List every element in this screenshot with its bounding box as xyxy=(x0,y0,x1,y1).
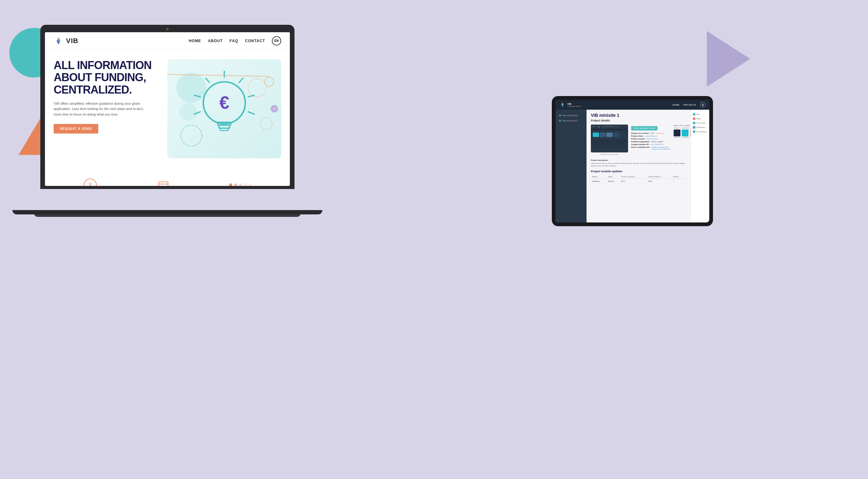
action-db-backup[interactable]: DB Backup xyxy=(693,125,707,129)
tablet-user-icon[interactable] xyxy=(700,102,706,107)
hero-next-arrow[interactable] xyxy=(271,105,278,113)
actions-panel: Edit Dates Clear cache DB Backup xyxy=(691,110,709,222)
hero-description: VIB offers simplified, effective guidanc… xyxy=(54,101,147,118)
sidebar-dot-2 xyxy=(559,120,561,122)
svg-marker-34 xyxy=(561,104,562,107)
drupal-value: 8.8.4 xyxy=(650,132,654,134)
extra-email-label: Extra e-mailadressen: xyxy=(631,146,650,150)
needs-value: Needs rev... xyxy=(656,132,666,134)
contact-value: Pedro Amorim xyxy=(646,138,658,140)
site-logo: VIB xyxy=(54,36,79,46)
language-switcher[interactable]: EN xyxy=(272,36,281,45)
analytics-label: Google Analytics ID: xyxy=(631,143,649,145)
tablet-logo-icon xyxy=(559,102,565,108)
nav-contact[interactable]: CONTACT xyxy=(245,39,265,43)
tablet-logo-sub: sustainable platform xyxy=(567,105,581,107)
laptop-screen: VIB HOME ABOUT FAQ CONTACT EN ALL INFORM… xyxy=(45,32,290,186)
project-title: VIB minisite 1 xyxy=(591,113,686,118)
clear-cache-icon xyxy=(693,122,695,124)
project-screenshot-container: VIB HOME FUNDING SCIENCE TECH PUBS xyxy=(591,125,628,156)
decorative-triangle-purple xyxy=(707,31,750,87)
svg-point-27 xyxy=(229,184,232,186)
screenshot-content xyxy=(591,129,628,153)
svg-point-29 xyxy=(239,184,242,186)
laptop-camera xyxy=(166,28,168,30)
action-code-backup[interactable]: Code Backup xyxy=(693,129,707,134)
sidebar-dot-1 xyxy=(559,115,561,116)
sidebar-view-all[interactable]: View all projects xyxy=(558,113,584,118)
code-backup-label: Code Backup xyxy=(696,131,707,133)
table-row: Addteeny Module 8.8.4 8.8.6 ↑ xyxy=(591,179,686,184)
screenshot-caption: VIB life sciences research xyxy=(591,153,628,156)
svg-text:€: € xyxy=(219,93,229,113)
visit-project-button[interactable]: VISIT PROJECT SITE xyxy=(631,126,657,130)
nav-faq[interactable]: FAQ xyxy=(230,39,238,43)
extra-email-value: waldo.amorim@vib.bedelprime.bhuvan@vib.b… xyxy=(652,146,671,150)
svg-text:$: $ xyxy=(89,182,92,186)
col-status: Status ↑ xyxy=(672,175,686,179)
action-edit[interactable]: Edit xyxy=(693,112,707,117)
module-current: 8.8.4 xyxy=(620,179,647,184)
hero-left: ALL INFORMATION ABOUT FUNDING, CENTRALIZ… xyxy=(54,59,167,168)
tablet-main: VIB minisite 1 Project details VIB HOME xyxy=(587,110,691,222)
tablet-logo-area: VIB sustainable platform xyxy=(559,102,581,108)
hero-title: ALL INFORMATION ABOUT FUNDING, CENTRALIZ… xyxy=(54,59,161,96)
primary-swatch xyxy=(674,129,680,136)
drupal-label: Drupal core version: xyxy=(631,132,649,134)
module-latest: 8.8.6 xyxy=(647,179,672,184)
palette-label: Basic colour palette: xyxy=(674,125,691,126)
module-table-body: Addteeny Module 8.8.4 8.8.6 ↑ xyxy=(591,179,686,184)
dates-label: Dates xyxy=(696,118,701,120)
site-header: VIB HOME ABOUT FAQ CONTACT EN xyxy=(45,32,290,50)
svg-point-6 xyxy=(248,79,266,97)
module-status: ↑ xyxy=(672,179,686,184)
action-clear-cache[interactable]: Clear cache xyxy=(693,121,707,125)
sidebar-add-label: Add new project xyxy=(562,120,578,122)
secondary-hex: #1CBDD4 xyxy=(682,136,689,138)
tablet-nav-home[interactable]: HOME xyxy=(672,104,680,106)
analytics-value: UA-12345678-1 xyxy=(650,143,663,145)
nav-about[interactable]: ABOUT xyxy=(208,39,223,43)
action-dates[interactable]: Dates xyxy=(693,117,707,121)
svg-marker-1 xyxy=(59,37,60,41)
project-details-label: Project details xyxy=(591,119,686,122)
nav-home[interactable]: HOME xyxy=(189,39,201,43)
tablet-sidebar: View all projects Add new project xyxy=(556,110,587,222)
contact-row: Project contact: Pedro Amorim xyxy=(631,138,671,140)
col-latest: Latest release ↑ xyxy=(647,175,672,179)
tablet-screen: VIB sustainable platform HOME PROJECTS xyxy=(556,100,709,222)
demo-button[interactable]: REQUEST A DEMO xyxy=(54,124,98,133)
svg-marker-2 xyxy=(57,40,59,44)
col-current: Current version ↑ xyxy=(620,175,647,179)
laptop-mockup: VIB HOME ABOUT FAQ CONTACT EN ALL INFORM… xyxy=(40,25,294,217)
col-type: Type ↑ xyxy=(607,175,620,179)
svg-point-21 xyxy=(265,77,274,86)
tablet-body: View all projects Add new project VIB mi… xyxy=(556,110,709,222)
sidebar-add-new[interactable]: Add new project xyxy=(558,118,584,123)
svg-line-16 xyxy=(248,95,254,97)
edit-label: Edit xyxy=(696,114,699,115)
sidebar-view-all-label: View all projects xyxy=(562,114,578,117)
svg-line-18 xyxy=(206,78,210,83)
dates-icon xyxy=(693,118,695,120)
project-details-grid: VIB HOME FUNDING SCIENCE TECH PUBS xyxy=(591,125,686,156)
primary-hex: #1D2944 xyxy=(674,136,680,138)
svg-point-7 xyxy=(260,118,272,130)
code-backup-icon xyxy=(693,130,695,133)
module-table-head: Name ↑ Type ↑ Current version ↑ Latest r… xyxy=(591,175,686,179)
col-name: Name ↑ xyxy=(591,175,607,179)
svg-marker-32 xyxy=(561,102,562,105)
bottom-icon-2 xyxy=(156,177,171,186)
svg-marker-3 xyxy=(59,40,60,44)
site-nav: HOME ABOUT FAQ CONTACT EN xyxy=(189,36,281,45)
svg-marker-37 xyxy=(592,126,596,127)
tablet-nav-projects[interactable]: PROJECTS xyxy=(683,104,696,106)
languages-row: Enabled language(s): Dutch, English xyxy=(631,141,671,142)
tablet-header: VIB sustainable platform HOME PROJECTS xyxy=(556,100,709,110)
svg-point-30 xyxy=(244,184,247,186)
email-label: Project email: xyxy=(631,135,643,137)
svg-point-8 xyxy=(181,125,202,146)
module-updates-title: Project module updates xyxy=(591,170,686,173)
language-label: EN xyxy=(274,39,279,42)
project-screenshot: VIB HOME FUNDING SCIENCE TECH PUBS xyxy=(591,125,628,153)
